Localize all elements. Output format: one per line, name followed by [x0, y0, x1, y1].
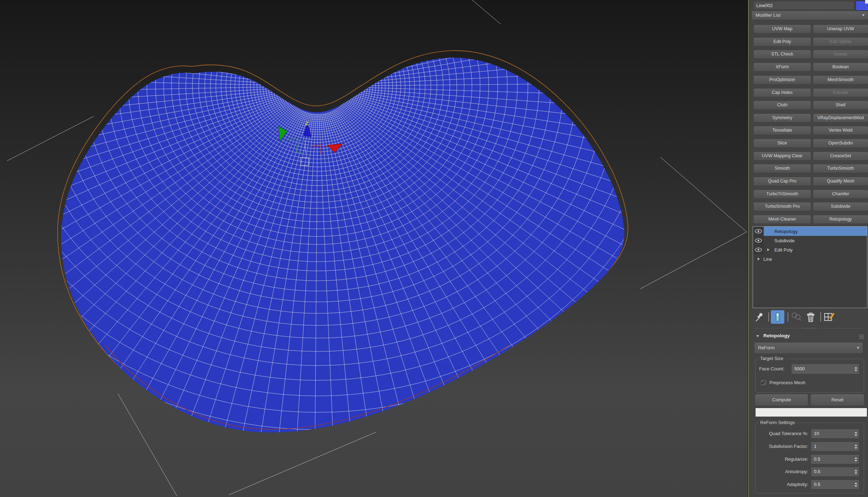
rollout-header-retopology[interactable]: Retopology	[753, 332, 867, 341]
pin-stack-button[interactable]	[753, 310, 766, 324]
reform-settings-group-label: ReForm Settings	[758, 420, 797, 425]
adaptivity-spinner[interactable]: 0.5	[811, 480, 859, 490]
remove-modifier-button[interactable]	[804, 310, 817, 324]
gizmo-z-label: Z	[305, 120, 309, 126]
stack-item-label: Retopology	[774, 229, 798, 234]
command-panel: Line002 Modifier List ▼ UVW Map Unwrap U…	[750, 0, 868, 497]
modifier-button[interactable]: OpenSubdiv	[813, 139, 868, 147]
modifier-button[interactable]: VRayDisplacementMod	[813, 114, 868, 122]
spinner-arrows-icon[interactable]	[854, 429, 857, 438]
preprocess-mesh-checkbox[interactable]	[760, 379, 767, 386]
subdivision-factor-value: 1	[814, 444, 816, 449]
regularize-label: Regularize:	[756, 454, 808, 464]
show-end-result-button[interactable]	[771, 310, 784, 324]
stack-item-label: Line	[763, 257, 772, 262]
modifier-button[interactable]: UVW Map	[754, 25, 811, 33]
regularize-value: 0.5	[814, 456, 820, 462]
modifier-button[interactable]: MeshSmooth	[813, 76, 868, 84]
chevron-down-icon: ▼	[862, 11, 865, 20]
stack-item-label: Edit Poly	[774, 247, 793, 253]
spinner-arrows-icon[interactable]	[854, 442, 857, 451]
modifier-button[interactable]: XForm	[754, 63, 811, 71]
modifier-button[interactable]: Boolean	[813, 63, 868, 71]
compute-button[interactable]: Compute	[755, 394, 808, 406]
drag-grip-icon	[859, 334, 864, 339]
stack-item-subdivide[interactable]: Subdivide	[753, 236, 867, 245]
adaptivity-label: Adaptivity:	[756, 480, 808, 490]
reset-button[interactable]: Reset	[811, 394, 864, 406]
modifier-button[interactable]: Vertex Weld	[813, 126, 868, 134]
spinner-arrows-icon[interactable]	[854, 480, 857, 489]
rollout-resize-grip[interactable]: ·······	[753, 326, 866, 330]
modifier-button: Edit Spline	[813, 38, 868, 46]
spinner-arrows-icon[interactable]	[854, 455, 857, 464]
visibility-eye-icon[interactable]	[753, 245, 764, 254]
modifier-list-dropdown[interactable]: Modifier List ▼	[752, 11, 868, 20]
modifier-button[interactable]: Cap Holes	[754, 89, 811, 97]
quad-tolerance-spinner[interactable]: 10	[811, 429, 859, 439]
expand-arrow-icon[interactable]	[767, 248, 769, 251]
stack-item-retopology[interactable]: Retopology	[753, 227, 867, 236]
rollout-title: Retopology	[763, 333, 790, 338]
stack-item-line[interactable]: Line	[753, 254, 867, 264]
anisotropy-value: 0.5	[814, 469, 820, 474]
visibility-eye-icon[interactable]	[753, 236, 764, 245]
expand-arrow-icon[interactable]	[758, 258, 760, 260]
compute-progress-bar	[755, 408, 867, 417]
modifier-button[interactable]: Tessellate	[754, 126, 811, 134]
modifier-button[interactable]: Edit Poly	[754, 38, 811, 46]
modifier-button[interactable]: Unwrap UVW	[813, 25, 868, 33]
modifier-button[interactable]: Quad Cap Pro	[754, 177, 811, 185]
algorithm-dropdown-value: ReForm	[758, 345, 775, 350]
modifier-button[interactable]: ProOptimizer	[754, 76, 811, 84]
regularize-spinner[interactable]: 0.5	[811, 454, 859, 464]
modifier-button[interactable]: TurboTriSmooth	[754, 190, 811, 198]
modifier-button[interactable]: UVW Mapping Clear	[754, 152, 811, 160]
modifier-button[interactable]: Cloth	[754, 101, 811, 109]
visibility-eye-icon[interactable]	[753, 227, 764, 236]
stack-item-label: Subdivide	[774, 238, 795, 243]
face-count-label: Face Count:	[759, 366, 784, 371]
anisotropy-spinner[interactable]: 0.5	[811, 467, 859, 477]
modifier-button[interactable]: Chamfer	[813, 190, 868, 198]
modifier-button[interactable]: Quadify Mesh	[813, 177, 868, 185]
spinner-arrows-icon[interactable]	[854, 467, 857, 476]
modifier-button[interactable]: STL Check	[754, 50, 811, 58]
quad-tolerance-value: 10	[814, 431, 819, 436]
panel-corner-widget	[865, 0, 868, 4]
collapse-arrow-icon	[756, 335, 759, 337]
modifier-button: Extrude	[813, 89, 868, 97]
modifier-button[interactable]: TurboSmooth Pro	[754, 202, 811, 211]
adaptivity-value: 0.5	[814, 482, 820, 487]
modifier-button[interactable]: Retopology	[813, 215, 868, 223]
anisotropy-label: Anisotropy:	[756, 467, 808, 477]
preprocess-mesh-label: Preprocess Mesh	[769, 380, 805, 385]
subdivision-factor-spinner[interactable]: 1	[811, 442, 859, 451]
modifier-button: Sweep	[813, 50, 868, 58]
target-size-group-label: Target Size	[758, 356, 785, 361]
modifier-button[interactable]: Smooth	[754, 164, 811, 173]
spinner-arrows-icon[interactable]	[854, 364, 857, 374]
modifier-stack: Retopology Subdivide Edit Poly Line	[753, 226, 867, 308]
modifier-button[interactable]: TurboSmooth	[813, 164, 868, 173]
modifier-list-label: Modifier List	[756, 12, 780, 18]
modifier-button[interactable]: CreaseSet	[813, 152, 868, 160]
make-unique-button	[790, 310, 803, 324]
stack-item-edit-poly[interactable]: Edit Poly	[753, 245, 867, 254]
modifier-button[interactable]: Slice	[754, 139, 811, 147]
modifier-button[interactable]: Mesh Cleaner	[754, 215, 811, 223]
modifier-button[interactable]: Shell	[813, 101, 868, 109]
object-name-field[interactable]: Line002	[753, 1, 854, 10]
3d-viewport[interactable]: Z	[0, 0, 748, 497]
configure-modifier-sets-button[interactable]	[822, 310, 836, 324]
subdivision-factor-label: Subdivision Factor:	[756, 442, 808, 451]
modifier-button[interactable]: Symmetry	[754, 114, 811, 122]
quad-tolerance-label: Quad Tolerance %:	[756, 429, 808, 439]
modifier-button[interactable]: Subdivide	[813, 202, 868, 211]
chevron-down-icon: ▼	[856, 343, 860, 353]
algorithm-dropdown[interactable]: ReForm ▼	[754, 343, 863, 353]
face-count-value: 5000	[794, 366, 805, 371]
face-count-spinner[interactable]: 5000	[791, 364, 859, 374]
